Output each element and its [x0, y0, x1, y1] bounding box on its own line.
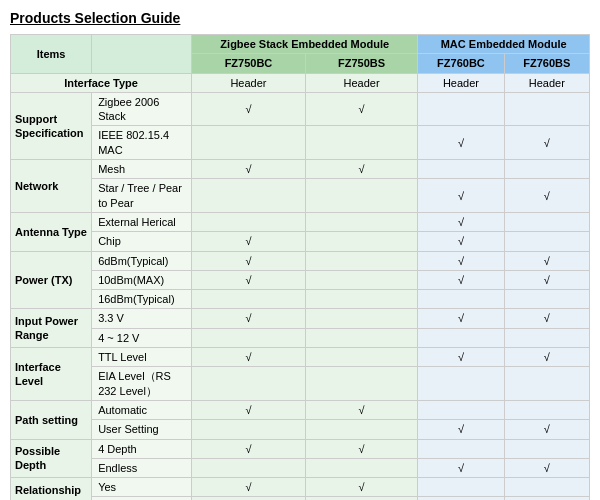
sub-label: 16dBm(Typical): [92, 290, 192, 309]
data-cell: [192, 328, 306, 347]
sub-label: User Setting: [92, 420, 192, 439]
category-label: Power (TX): [11, 251, 92, 309]
col-fz760bc-header: FZ760BC: [418, 54, 504, 73]
data-cell: [192, 212, 306, 231]
data-cell: [305, 251, 417, 270]
data-cell: [192, 367, 306, 401]
sub-label: 6dBm(Typical): [92, 251, 192, 270]
data-cell: [504, 92, 589, 126]
data-cell: [504, 160, 589, 179]
data-cell: √: [418, 309, 504, 328]
sub-label: 3.3 V: [92, 309, 192, 328]
data-cell: [504, 400, 589, 419]
data-cell: √: [504, 420, 589, 439]
data-cell: √: [504, 251, 589, 270]
page-title: Products Selection Guide: [10, 10, 590, 26]
category-label: Possible Depth: [11, 439, 92, 478]
category-label: Interface Level: [11, 348, 92, 401]
category-label: Input Power Range: [11, 309, 92, 348]
sub-label: Zigbee 2006 Stack: [92, 92, 192, 126]
data-cell: √: [418, 126, 504, 160]
data-cell: [504, 439, 589, 458]
data-cell: [418, 290, 504, 309]
category-label: Network: [11, 160, 92, 213]
data-cell: √: [305, 439, 417, 458]
sub-label: Mesh: [92, 160, 192, 179]
data-cell: √: [192, 92, 306, 126]
sub-label: IEEE 802.15.4 MAC: [92, 126, 192, 160]
sub-label: Yes: [92, 478, 192, 497]
fz760bs-type: Header: [504, 73, 589, 92]
data-cell: [192, 420, 306, 439]
data-cell: [305, 232, 417, 251]
data-cell: [504, 212, 589, 231]
data-cell: [305, 309, 417, 328]
data-cell: √: [192, 270, 306, 289]
data-cell: √: [418, 212, 504, 231]
data-cell: [305, 179, 417, 213]
mac-group-header: MAC Embedded Module: [418, 35, 590, 54]
data-cell: √: [305, 400, 417, 419]
data-cell: √: [504, 458, 589, 477]
data-cell: [418, 400, 504, 419]
data-cell: √: [504, 270, 589, 289]
data-cell: √: [192, 309, 306, 328]
fz760bc-type: Header: [418, 73, 504, 92]
data-cell: [418, 160, 504, 179]
sub-label: TTL Level: [92, 348, 192, 367]
col-fz760bs-header: FZ760BS: [504, 54, 589, 73]
data-cell: √: [418, 420, 504, 439]
sub-label: 10dBm(MAX): [92, 270, 192, 289]
data-cell: √: [305, 478, 417, 497]
data-cell: [305, 420, 417, 439]
data-cell: [192, 179, 306, 213]
sub-label: 4 Depth: [92, 439, 192, 458]
fz750bc-type: Header: [192, 73, 306, 92]
data-cell: [305, 212, 417, 231]
data-cell: √: [418, 232, 504, 251]
items-header: Items: [11, 35, 92, 74]
data-cell: [418, 478, 504, 497]
data-cell: [192, 458, 306, 477]
data-cell: √: [305, 92, 417, 126]
data-cell: [192, 290, 306, 309]
sub-label: Chip: [92, 232, 192, 251]
data-cell: √: [418, 270, 504, 289]
sub-label: Star / Tree / Pear to Pear: [92, 179, 192, 213]
category-label: Path setting: [11, 400, 92, 439]
data-cell: [305, 328, 417, 347]
col-fz750bc-header: FZ750BC: [192, 54, 306, 73]
data-cell: √: [418, 348, 504, 367]
data-cell: √: [192, 160, 306, 179]
data-cell: [504, 367, 589, 401]
category-label: Support Specification: [11, 92, 92, 159]
data-cell: [504, 232, 589, 251]
data-cell: √: [305, 160, 417, 179]
category-label: Antenna Type: [11, 212, 92, 251]
interface-type-label: Interface Type: [11, 73, 192, 92]
data-cell: [305, 367, 417, 401]
data-cell: √: [192, 400, 306, 419]
data-cell: √: [192, 251, 306, 270]
data-cell: √: [504, 126, 589, 160]
data-cell: √: [504, 309, 589, 328]
sub-label: External Herical: [92, 212, 192, 231]
data-cell: [504, 290, 589, 309]
data-cell: [418, 367, 504, 401]
data-cell: √: [504, 179, 589, 213]
data-cell: √: [504, 348, 589, 367]
data-cell: √: [418, 458, 504, 477]
data-cell: √: [192, 439, 306, 458]
zigbee-group-header: Zigbee Stack Embedded Module: [192, 35, 418, 54]
data-cell: [504, 478, 589, 497]
data-cell: [418, 92, 504, 126]
data-cell: [504, 328, 589, 347]
data-cell: √: [418, 251, 504, 270]
products-table: Items Zigbee Stack Embedded Module MAC E…: [10, 34, 590, 500]
data-cell: [192, 126, 306, 160]
data-cell: [305, 270, 417, 289]
fz750bs-type: Header: [305, 73, 417, 92]
data-cell: √: [192, 478, 306, 497]
data-cell: √: [192, 348, 306, 367]
data-cell: √: [192, 232, 306, 251]
